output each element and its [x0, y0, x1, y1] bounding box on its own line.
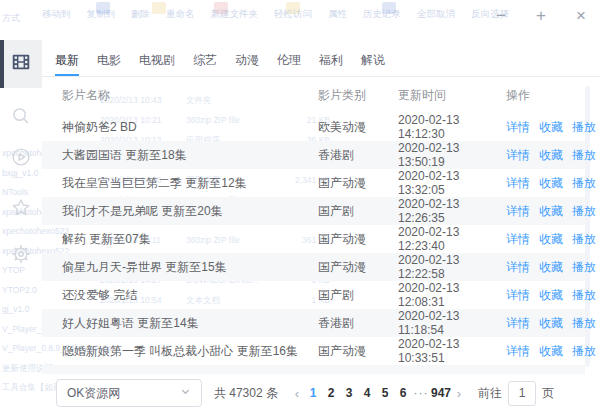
row-actions: 详情收藏播放 — [506, 315, 585, 332]
play-link[interactable]: 播放 — [572, 147, 596, 164]
detail-link[interactable]: 详情 — [506, 231, 530, 248]
ghost-mode-label: 方式 — [2, 12, 20, 25]
tab-2[interactable]: 电视剧 — [139, 46, 175, 76]
table-row[interactable]: 偷星九月天-异世界 更新至15集国产动漫2020-02-13 12:22:58详… — [42, 253, 585, 281]
favorite-link[interactable]: 收藏 — [539, 287, 563, 304]
detail-link[interactable]: 详情 — [506, 175, 530, 192]
page-number[interactable]: 5 — [376, 386, 394, 400]
row-actions: 详情收藏播放 — [506, 119, 585, 136]
detail-link[interactable]: 详情 — [506, 119, 530, 136]
tab-5[interactable]: 伦理 — [277, 46, 301, 76]
table-row[interactable]: 我们才不是兄弟呢 更新至20集国产剧2020-02-13 12:26:35详情收… — [42, 197, 585, 225]
page-ellipsis: ··· — [412, 386, 430, 400]
ghost-toolbar-item: 属性 — [328, 8, 347, 21]
column-header: 影片类别 — [318, 87, 398, 104]
play-link[interactable]: 播放 — [572, 315, 596, 332]
detail-link[interactable]: 详情 — [506, 343, 530, 360]
play-circle-icon — [10, 146, 32, 172]
favorite-link[interactable]: 收藏 — [539, 315, 563, 332]
chevron-down-icon — [180, 386, 191, 400]
favorite-link[interactable]: 收藏 — [539, 259, 563, 276]
detail-link[interactable]: 详情 — [506, 287, 530, 304]
play-link[interactable]: 播放 — [572, 231, 596, 248]
play-link[interactable]: 播放 — [572, 343, 596, 360]
sidebar-item-library[interactable] — [0, 40, 42, 88]
detail-link[interactable]: 详情 — [506, 259, 530, 276]
footer-bar: OK资源网 共 47302 条 ‹ 123456···947 › 前往 页 — [42, 371, 600, 417]
prev-page-button[interactable]: ‹ — [290, 386, 304, 401]
play-link[interactable]: 播放 — [572, 259, 596, 276]
minimize-button[interactable]: − — [492, 6, 510, 26]
page-number[interactable]: 3 — [340, 386, 358, 400]
update-time: 2020-02-13 12:26:35 — [398, 197, 506, 225]
play-link[interactable]: 播放 — [572, 203, 596, 220]
table-row[interactable]: 大酱园国语 更新至18集香港剧2020-02-13 13:50:19详情收藏播放 — [42, 141, 585, 169]
tab-6[interactable]: 福利 — [319, 46, 343, 76]
ghost-toolbar-item: 轻松访问 — [274, 8, 312, 21]
update-time: 2020-02-13 10:33:51 — [398, 337, 506, 365]
detail-link[interactable]: 详情 — [506, 315, 530, 332]
video-name: 我在皇宫当巨巨第二季 更新至12集 — [42, 175, 318, 192]
table-row[interactable]: 解药 更新至07集国产动漫2020-02-13 12:23:40详情收藏播放 — [42, 225, 585, 253]
table-row[interactable]: 神偷奶爸2 BD欧美动漫2020-02-13 14:12:30详情收藏播放 — [42, 113, 585, 141]
sidebar — [0, 30, 42, 417]
page-number[interactable]: 6 — [394, 386, 412, 400]
pagination: 共 47302 条 ‹ 123456···947 › 前往 页 — [214, 379, 554, 407]
detail-link[interactable]: 详情 — [506, 203, 530, 220]
favorite-link[interactable]: 收藏 — [539, 203, 563, 220]
source-select-value: OK资源网 — [67, 385, 120, 402]
goto-page-input[interactable] — [508, 381, 536, 406]
tab-3[interactable]: 综艺 — [193, 46, 217, 76]
update-time: 2020-02-13 14:12:30 — [398, 113, 506, 141]
page-numbers: 123456···947 — [304, 386, 452, 400]
favorite-link[interactable]: 收藏 — [539, 231, 563, 248]
page-number[interactable]: 1 — [304, 386, 322, 400]
row-actions: 详情收藏播放 — [506, 343, 585, 360]
favorite-link[interactable]: 收藏 — [539, 119, 563, 136]
ghost-toolbar-icon — [214, 2, 228, 14]
tab-4[interactable]: 动漫 — [235, 46, 259, 76]
goto-page: 前往 页 — [478, 381, 554, 406]
video-name: 隐婚新娘第一季 叫板总裁小甜心 更新至16集 — [42, 343, 318, 360]
video-name: 神偷奶爸2 BD — [42, 119, 318, 136]
page-number[interactable]: 4 — [358, 386, 376, 400]
close-button[interactable]: × — [572, 6, 590, 26]
play-link[interactable]: 播放 — [572, 119, 596, 136]
table-row[interactable]: 好人好姐粤语 更新至14集香港剧2020-02-13 11:18:54详情收藏播… — [42, 309, 585, 337]
table-row[interactable]: 还没爱够 完结国产剧2020-02-13 12:08:31详情收藏播放 — [42, 281, 585, 309]
tab-7[interactable]: 解说 — [361, 46, 385, 76]
favorite-link[interactable]: 收藏 — [539, 175, 563, 192]
video-name: 大酱园国语 更新至18集 — [42, 147, 318, 164]
video-category: 欧美动漫 — [318, 119, 398, 136]
ghost-toolbar-item: 复制到 — [87, 8, 116, 21]
ghost-toolbar-icon — [286, 2, 300, 14]
row-actions: 详情收藏播放 — [506, 287, 585, 304]
sidebar-item-favorites[interactable] — [0, 197, 42, 223]
video-name: 还没爱够 完结 — [42, 287, 318, 304]
maximize-button[interactable]: + — [532, 6, 550, 26]
row-actions: 详情收藏播放 — [506, 175, 585, 192]
play-link[interactable]: 播放 — [572, 287, 596, 304]
table-row[interactable]: 我在皇宫当巨巨第二季 更新至12集国产动漫2020-02-13 13:32:05… — [42, 169, 585, 197]
detail-link[interactable]: 详情 — [506, 147, 530, 164]
play-link[interactable]: 播放 — [572, 175, 596, 192]
video-category: 国产动漫 — [318, 231, 398, 248]
app-window: 方式 移动到复制到删除重命名新建文件夹轻松访问属性历史记录全部取消反向选择 xp… — [0, 0, 600, 417]
ghost-explorer-toolbar: 移动到复制到删除重命名新建文件夹轻松访问属性历史记录全部取消反向选择 — [42, 8, 509, 21]
page-number[interactable]: 947 — [430, 386, 452, 400]
tab-0[interactable]: 最新 — [55, 46, 79, 76]
sidebar-item-settings[interactable] — [0, 243, 42, 269]
sidebar-item-player[interactable] — [0, 146, 42, 172]
ghost-toolbar-icon — [382, 2, 396, 14]
table-row[interactable]: 隐婚新娘第一季 叫板总裁小甜心 更新至16集国产动漫2020-02-13 10:… — [42, 337, 585, 365]
video-name: 好人好姐粤语 更新至14集 — [42, 315, 318, 332]
goto-label: 前往 — [478, 385, 502, 402]
page-number[interactable]: 2 — [322, 386, 340, 400]
favorite-link[interactable]: 收藏 — [539, 147, 563, 164]
favorite-link[interactable]: 收藏 — [539, 343, 563, 360]
ghost-toolbar-item: 历史记录 — [363, 8, 401, 21]
source-select[interactable]: OK资源网 — [56, 379, 202, 407]
sidebar-item-search[interactable] — [0, 105, 42, 131]
tab-1[interactable]: 电影 — [97, 46, 121, 76]
next-page-button[interactable]: › — [452, 386, 466, 401]
